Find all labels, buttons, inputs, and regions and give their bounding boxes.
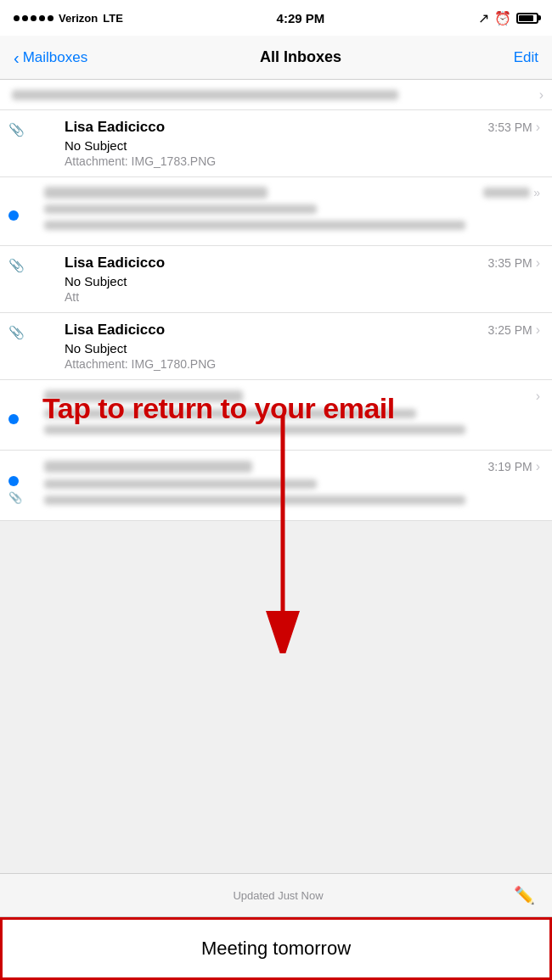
unread-indicator bbox=[0, 406, 32, 424]
chevron-right-icon: › bbox=[536, 255, 540, 271]
chevron-right-icon: › bbox=[536, 389, 540, 404]
blurred-content: » bbox=[32, 177, 552, 245]
chevron-right-icon: › bbox=[536, 459, 540, 474]
status-time: 4:29 PM bbox=[277, 11, 325, 25]
list-item[interactable]: 📎 Lisa Eadicicco 3:25 PM › No Subject At… bbox=[0, 313, 552, 380]
email-list: › 📎 Lisa Eadicicco 3:53 PM › No Subject … bbox=[0, 80, 552, 521]
email-time: 3:35 PM bbox=[488, 256, 532, 270]
email-sender: Lisa Eadicicco bbox=[65, 322, 165, 339]
attachment-area: 📎 bbox=[0, 110, 32, 176]
back-label: Mailboxes bbox=[23, 49, 88, 66]
battery-icon bbox=[516, 13, 538, 24]
status-left: Verizon LTE bbox=[14, 12, 123, 25]
signal-dots bbox=[14, 15, 54, 21]
email-time: 3:53 PM bbox=[488, 120, 532, 134]
meeting-bar[interactable]: Meeting tomorrow bbox=[0, 917, 552, 980]
unread-indicator: 📎 bbox=[0, 468, 32, 504]
email-preview: Attachment: IMG_1783.PNG bbox=[65, 154, 540, 168]
blurred-content: 3:19 PM › bbox=[32, 451, 552, 520]
email-preview: Attachment: IMG_1783.PNG bbox=[65, 290, 540, 304]
chevron-right-icon: › bbox=[536, 322, 540, 338]
back-chevron-icon: ‹ bbox=[14, 49, 20, 66]
email-sender: Lisa Eadicicco bbox=[65, 255, 165, 272]
alarm-icon: ⏰ bbox=[494, 10, 511, 26]
edit-button[interactable]: Edit bbox=[514, 49, 538, 66]
chevron-right-icon: › bbox=[539, 87, 544, 103]
email-content: Lisa Eadicicco 3:35 PM › No Subject Atta… bbox=[32, 246, 552, 312]
blurred-content bbox=[0, 81, 539, 109]
email-subject: No Subject bbox=[65, 138, 540, 153]
email-time: 3:25 PM bbox=[488, 323, 532, 337]
email-content: Lisa Eadicicco 3:25 PM › No Subject Atta… bbox=[32, 313, 552, 379]
attachment-icon: 📎 bbox=[8, 491, 22, 504]
meeting-label: Meeting tomorrow bbox=[201, 938, 351, 960]
bottom-bar: Updated Just Now ✏️ bbox=[0, 873, 552, 917]
chevron-right-icon: › bbox=[536, 120, 540, 135]
email-preview: Attachment: IMG_1780.PNG bbox=[65, 357, 540, 371]
email-content: Lisa Eadicicco 3:53 PM › No Subject Atta… bbox=[32, 110, 552, 176]
attachment-area: 📎 bbox=[0, 246, 32, 312]
attachment-area: 📎 bbox=[0, 313, 32, 379]
attachment-icon: 📎 bbox=[8, 122, 25, 137]
status-bar: Verizon LTE 4:29 PM ↗ ⏰ bbox=[0, 0, 552, 36]
tap-annotation-text: Tap to return to your email bbox=[42, 392, 395, 425]
email-subject: No Subject bbox=[65, 274, 540, 288]
back-button[interactable]: ‹ Mailboxes bbox=[14, 49, 87, 66]
list-item[interactable]: » bbox=[0, 177, 552, 246]
updated-status: Updated Just Now bbox=[42, 889, 514, 902]
list-item[interactable]: 📎 Lisa Eadicicco 3:35 PM › No Subject At… bbox=[0, 246, 552, 313]
unread-indicator bbox=[0, 202, 32, 221]
status-right: ↗ ⏰ bbox=[478, 10, 538, 26]
network-label: LTE bbox=[103, 12, 123, 25]
email-sender: Lisa Eadicicco bbox=[65, 119, 165, 136]
list-item[interactable]: 📎 Lisa Eadicicco 3:53 PM › No Subject At… bbox=[0, 110, 552, 177]
email-subject: No Subject bbox=[65, 341, 540, 356]
email-row-top-partial[interactable]: › bbox=[0, 80, 552, 110]
nav-bar: ‹ Mailboxes All Inboxes Edit bbox=[0, 36, 552, 80]
email-time: 3:19 PM bbox=[488, 460, 532, 473]
page-title: All Inboxes bbox=[260, 48, 341, 66]
location-icon: ↗ bbox=[478, 10, 489, 26]
double-chevron-icon: » bbox=[533, 186, 540, 199]
carrier-label: Verizon bbox=[59, 12, 98, 25]
list-item[interactable]: 📎 3:19 PM › bbox=[0, 451, 552, 521]
compose-button[interactable]: ✏️ bbox=[514, 885, 535, 905]
attachment-icon: 📎 bbox=[8, 258, 25, 273]
attachment-icon: 📎 bbox=[8, 325, 25, 340]
